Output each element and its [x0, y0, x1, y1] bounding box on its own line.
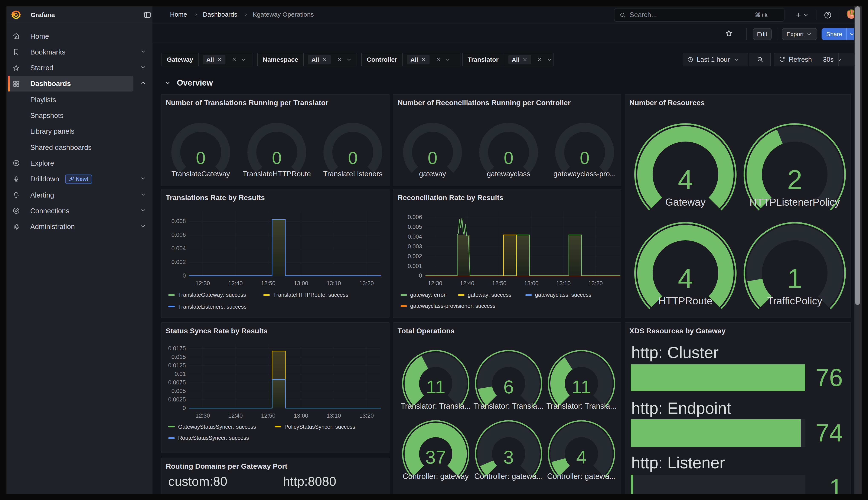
svg-text:0.005: 0.005 [408, 224, 422, 230]
svg-text:0.001: 0.001 [408, 263, 422, 269]
svg-text:0.003: 0.003 [408, 243, 422, 249]
svg-text:13:10: 13:10 [327, 412, 341, 419]
svg-text:0: 0 [182, 405, 186, 411]
svg-text:0.004: 0.004 [408, 233, 422, 240]
svg-text:12:50: 12:50 [261, 412, 276, 419]
svg-text:0.008: 0.008 [171, 218, 186, 224]
svg-text:0.0175: 0.0175 [168, 345, 186, 352]
svg-text:0.006: 0.006 [171, 231, 186, 238]
svg-text:12:50: 12:50 [492, 280, 507, 286]
svg-text:0.0025: 0.0025 [168, 396, 186, 403]
svg-text:0.004: 0.004 [171, 245, 186, 251]
svg-text:12:50: 12:50 [261, 280, 276, 286]
svg-text:13:10: 13:10 [556, 280, 571, 286]
svg-text:12:40: 12:40 [460, 280, 475, 286]
svg-text:13:20: 13:20 [359, 280, 374, 286]
svg-text:13:20: 13:20 [588, 280, 603, 286]
svg-text:0.01: 0.01 [175, 371, 186, 377]
svg-text:0.0075: 0.0075 [168, 379, 186, 386]
svg-text:0.002: 0.002 [408, 253, 422, 259]
svg-text:13:20: 13:20 [359, 412, 374, 419]
svg-text:12:30: 12:30 [428, 280, 442, 286]
svg-text:12:30: 12:30 [196, 280, 210, 286]
svg-text:13:00: 13:00 [294, 280, 308, 286]
svg-text:0.006: 0.006 [408, 214, 422, 220]
svg-text:0.0125: 0.0125 [168, 362, 186, 369]
svg-text:13:10: 13:10 [327, 280, 341, 286]
svg-text:12:40: 12:40 [228, 280, 243, 286]
svg-text:12:40: 12:40 [228, 412, 243, 419]
svg-text:0: 0 [182, 272, 186, 279]
svg-text:13:00: 13:00 [294, 412, 308, 419]
svg-text:0.002: 0.002 [171, 259, 186, 265]
svg-text:0: 0 [419, 272, 422, 279]
svg-text:0.015: 0.015 [171, 354, 186, 360]
svg-text:0.005: 0.005 [171, 388, 186, 394]
svg-text:13:00: 13:00 [524, 280, 538, 286]
svg-text:12:30: 12:30 [196, 412, 210, 419]
